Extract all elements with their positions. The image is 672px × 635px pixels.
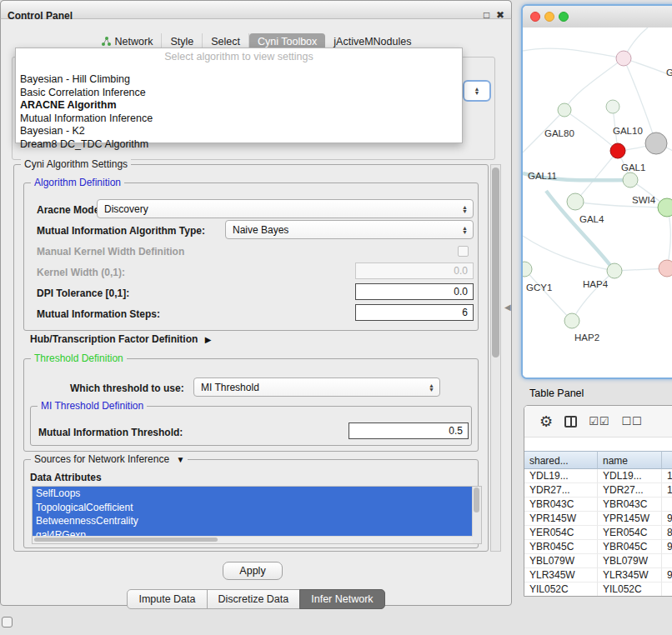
cell-name: YIL052C: [598, 582, 662, 597]
cell-shared-name: YIL052C: [524, 582, 598, 597]
mi-threshold-field[interactable]: 0.5: [349, 422, 469, 439]
mi-steps-field[interactable]: 6: [355, 304, 474, 321]
column-header[interactable]: shared...: [524, 451, 598, 469]
cell-name: YBL079W: [598, 554, 662, 568]
group-title: Algorithm Definition: [31, 177, 124, 188]
network-node[interactable]: [645, 132, 667, 154]
settings-vertical-scrollbar[interactable]: [490, 164, 501, 552]
list-item-selected[interactable]: BetweennessCentrality: [33, 514, 475, 528]
node-label: GAL1: [621, 162, 645, 172]
dpi-tolerance-field[interactable]: 0.0: [355, 283, 474, 300]
algorithm-dropdown-popup: Select algorithm to view settings Bayesi…: [15, 48, 463, 143]
cell-shared-name: YPR145W: [524, 512, 598, 526]
data-attributes-list[interactable]: SelfLoops TopologicalCoefficient Between…: [32, 486, 482, 544]
network-canvas[interactable]: GAL80 GAL10 GAL1 GAL4 SWI4 HAP4 HAP2 GCY…: [523, 28, 672, 378]
network-node[interactable]: [623, 172, 638, 188]
network-node[interactable]: [558, 103, 571, 117]
combo-arrows-icon: [429, 383, 434, 392]
cell-name: YBR043C: [598, 498, 662, 512]
network-node[interactable]: [523, 262, 532, 277]
apply-button[interactable]: Apply: [223, 562, 283, 580]
list-item-selected[interactable]: TopologicalCoefficient: [33, 501, 475, 515]
group-title: MI Threshold Definition: [38, 400, 147, 412]
cell-shared-name: YBR045C: [524, 540, 598, 554]
close-window-icon[interactable]: ✖: [496, 9, 504, 21]
algorithm-option[interactable]: Bayesian - Hill Climbing: [16, 73, 462, 87]
cell-value: 9...: [662, 568, 672, 582]
list-item-selected[interactable]: SelfLoops: [33, 487, 475, 501]
cell-value: [662, 554, 672, 568]
node-label: GAL4: [579, 214, 604, 224]
columns-icon[interactable]: [564, 416, 577, 428]
which-threshold-combobox[interactable]: MI Threshold: [193, 378, 440, 397]
table-row[interactable]: YIL052C YIL052C: [524, 582, 672, 597]
scrollbar-thumb[interactable]: [34, 538, 218, 542]
network-node[interactable]: [567, 193, 584, 210]
table-row[interactable]: YLR345W YLR345W 9...: [524, 568, 672, 582]
gear-icon[interactable]: ⚙: [539, 412, 553, 431]
table-row[interactable]: YBR045C YBR045C 9...: [524, 540, 672, 554]
cell-name: YLR345W: [598, 568, 662, 582]
network-window-titlebar[interactable]: [523, 6, 672, 28]
tab-infer-network[interactable]: Infer Network: [299, 589, 384, 609]
algorithm-combobox[interactable]: [463, 80, 491, 102]
which-threshold-label: Which threshold to use:: [70, 382, 184, 394]
deselect-all-checkboxes-icon[interactable]: ☐☐: [621, 415, 642, 428]
table-row[interactable]: YDR27... YDR27... 12...: [524, 483, 672, 498]
mi-algorithm-type-label: Mutual Information Algorithm Type:: [37, 225, 205, 237]
mi-algorithm-type-combobox[interactable]: Naive Bayes: [225, 220, 474, 239]
mac-minimize-icon[interactable]: [544, 12, 554, 22]
mac-close-icon[interactable]: [530, 12, 540, 22]
algorithm-option[interactable]: Basic Correlation Inference: [16, 87, 462, 100]
group-title: Cyni Algorithm Settings: [21, 158, 131, 170]
manual-kernel-checkbox[interactable]: [458, 246, 469, 257]
algorithm-option[interactable]: Bayesian - K2: [16, 125, 462, 138]
aracne-mode-combobox[interactable]: Discovery: [97, 199, 474, 218]
network-node[interactable]: [564, 313, 579, 328]
column-header[interactable]: [662, 451, 672, 469]
docked-panel-icon[interactable]: [2, 617, 13, 628]
network-node[interactable]: [616, 51, 631, 66]
tab-discretize-data[interactable]: Discretize Data: [207, 589, 301, 609]
cell-shared-name: YBR043C: [524, 498, 598, 512]
table-row[interactable]: YDL19... YDL19... 13...: [524, 469, 672, 483]
cell-value: [662, 498, 672, 512]
network-node[interactable]: [659, 260, 672, 277]
field-value: 0.0: [454, 286, 468, 298]
table-row[interactable]: YPR145W YPR145W 9...: [524, 512, 672, 526]
dropdown-placeholder: Select algorithm to view settings: [16, 48, 462, 62]
algorithm-option[interactable]: Dream8 DC_TDC Algorithm: [16, 138, 462, 152]
table-row[interactable]: YBR043C YBR043C: [524, 498, 672, 512]
float-window-icon[interactable]: □: [484, 9, 489, 21]
splitter-collapse-icon[interactable]: ◀: [504, 302, 511, 312]
tab-label: Select: [211, 36, 240, 48]
network-node[interactable]: [610, 143, 625, 158]
kernel-width-field[interactable]: 0.0: [355, 262, 474, 279]
group-title: Threshold Definition: [31, 352, 127, 364]
scrollbar-thumb[interactable]: [474, 488, 479, 512]
network-node[interactable]: [607, 263, 622, 278]
list-vertical-scrollbar[interactable]: [472, 487, 481, 543]
window-title: Control Panel: [8, 10, 73, 22]
cell-value: 13...: [662, 469, 672, 483]
column-header[interactable]: name: [598, 451, 662, 469]
mi-steps-label: Mutual Information Steps:: [37, 308, 160, 320]
select-all-checkboxes-icon[interactable]: ☑☑: [589, 415, 609, 428]
list-horizontal-scrollbar[interactable]: [33, 536, 473, 543]
sources-expander[interactable]: Sources for Network Inference ▼: [31, 453, 188, 465]
hub-definition-label: Hub/Transcription Factor Definition: [30, 333, 198, 345]
hub-definition-expander[interactable]: Hub/Transcription Factor Definition ▶: [30, 333, 211, 345]
algorithm-option[interactable]: Mutual Information Inference: [16, 112, 462, 126]
table-row[interactable]: YBL079W YBL079W: [524, 554, 672, 568]
tab-label: Cyni Toolbox: [258, 36, 317, 48]
scrollbar-thumb[interactable]: [492, 168, 499, 358]
network-node[interactable]: [658, 198, 672, 217]
algorithm-option-selected[interactable]: ARACNE Algorithm: [16, 99, 462, 112]
control-panel-titlebar[interactable]: [0, 0, 512, 19]
kernel-width-label: Kernel Width (0,1):: [37, 267, 125, 278]
network-node[interactable]: [606, 100, 619, 113]
table-row[interactable]: YER054C YER054C 8...: [524, 526, 672, 540]
network-graph: GAL80 GAL10 GAL1 GAL4 SWI4 HAP4 HAP2 GCY…: [523, 28, 672, 378]
tab-impute-data[interactable]: Impute Data: [127, 589, 207, 609]
mac-zoom-icon[interactable]: [559, 12, 569, 22]
